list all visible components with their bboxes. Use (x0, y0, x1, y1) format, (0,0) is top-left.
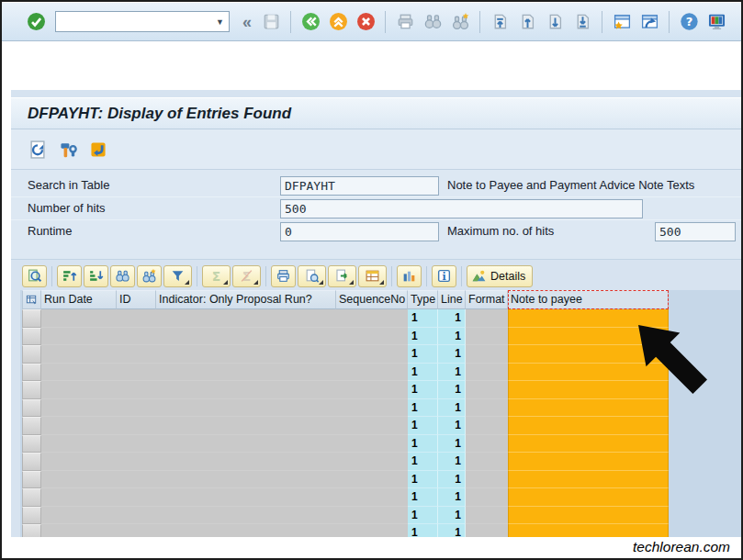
cell-id[interactable] (117, 453, 156, 471)
cell-id[interactable] (117, 381, 156, 399)
print-button[interactable] (393, 10, 417, 34)
details-button[interactable]: Details (467, 265, 533, 287)
find-button[interactable] (421, 10, 445, 34)
cell-line[interactable]: 1 (438, 524, 466, 537)
row-selector[interactable] (22, 364, 41, 382)
cell-indicator-only-proposal-run[interactable] (156, 471, 336, 489)
cell-indicator-only-proposal-run[interactable] (156, 328, 336, 346)
cell-line[interactable]: 1 (438, 381, 466, 399)
cell-type[interactable]: 1 (408, 328, 438, 346)
print-preview-button[interactable] (298, 265, 326, 287)
sort-ascending-button[interactable] (57, 265, 82, 287)
cell-indicator-only-proposal-run[interactable] (156, 381, 336, 399)
cell-line[interactable]: 1 (438, 309, 466, 328)
cell-line[interactable]: 1 (438, 345, 466, 364)
cell-type[interactable]: 1 (408, 364, 438, 382)
cell-id[interactable] (117, 328, 156, 346)
cell-run-date[interactable] (41, 453, 117, 471)
cell-type[interactable]: 1 (408, 471, 438, 489)
cell-sequenceno[interactable] (336, 507, 408, 525)
last-page-button[interactable] (570, 10, 594, 34)
cancel-button[interactable] (354, 10, 377, 34)
next-page-button[interactable] (543, 10, 567, 34)
details-view-button[interactable] (22, 265, 47, 287)
cell-type[interactable]: 1 (408, 435, 438, 454)
cell-id[interactable] (117, 399, 156, 418)
column-header-type[interactable]: Type (408, 290, 438, 309)
refresh-button[interactable] (26, 138, 50, 162)
cell-format[interactable] (466, 488, 508, 507)
cell-indicator-only-proposal-run[interactable] (156, 364, 336, 382)
cell-id[interactable] (117, 309, 156, 328)
cell-sequenceno[interactable] (336, 399, 408, 418)
export-button[interactable] (328, 265, 356, 287)
cell-sequenceno[interactable] (336, 453, 408, 471)
command-dropdown-icon[interactable]: ▼ (211, 17, 229, 27)
cell-run-date[interactable] (41, 381, 117, 399)
cell-sequenceno[interactable] (336, 328, 408, 346)
subtotal-button[interactable]: Σ (232, 265, 261, 287)
row-selector[interactable] (22, 471, 41, 489)
cell-line[interactable]: 1 (438, 435, 466, 454)
cell-sequenceno[interactable] (336, 435, 408, 454)
column-header-format[interactable]: Format (466, 290, 508, 309)
row-selector[interactable] (22, 309, 41, 328)
cell-note-to-payee[interactable] (508, 471, 669, 489)
cell-format[interactable] (466, 328, 508, 346)
cell-line[interactable]: 1 (438, 328, 466, 346)
choose-layout-button[interactable] (358, 265, 387, 287)
cell-run-date[interactable] (41, 345, 117, 364)
find-next-button[interactable] (137, 265, 162, 287)
cell-line[interactable]: 1 (438, 364, 466, 382)
row-selector[interactable] (22, 435, 41, 454)
new-session-button[interactable] (610, 10, 634, 34)
cell-sequenceno[interactable] (336, 364, 408, 382)
cell-note-to-payee[interactable] (508, 524, 669, 537)
cell-format[interactable] (466, 417, 508, 435)
row-selector[interactable] (22, 399, 41, 418)
cell-sequenceno[interactable] (336, 488, 408, 507)
column-header-sequenceno[interactable]: SequenceNo (336, 290, 408, 309)
cell-run-date[interactable] (41, 507, 117, 525)
command-field[interactable]: ▼ (55, 11, 230, 32)
cell-format[interactable] (466, 309, 508, 328)
select-all-cell[interactable] (22, 290, 41, 309)
cell-indicator-only-proposal-run[interactable] (156, 435, 336, 454)
find-next-button[interactable] (448, 10, 472, 34)
sort-descending-button[interactable] (84, 265, 108, 287)
cell-sequenceno[interactable] (336, 471, 408, 489)
command-input[interactable] (56, 13, 211, 30)
total-button[interactable]: Σ (202, 265, 231, 287)
cell-type[interactable]: 1 (408, 399, 438, 418)
cell-type[interactable]: 1 (408, 309, 438, 328)
print-button[interactable] (271, 265, 296, 287)
cell-note-to-payee[interactable] (508, 488, 669, 507)
cell-sequenceno[interactable] (336, 417, 408, 435)
row-selector[interactable] (22, 453, 41, 471)
first-page-button[interactable] (488, 10, 512, 34)
cell-format[interactable] (466, 435, 508, 454)
create-shortcut-button[interactable] (637, 10, 661, 34)
cell-format[interactable] (466, 381, 508, 399)
cell-type[interactable]: 1 (408, 381, 438, 399)
previous-page-button[interactable] (515, 10, 539, 34)
cell-line[interactable]: 1 (438, 471, 466, 489)
info-button[interactable]: i (432, 265, 456, 287)
cell-format[interactable] (466, 471, 508, 489)
cell-indicator-only-proposal-run[interactable] (156, 399, 336, 418)
cell-indicator-only-proposal-run[interactable] (156, 345, 336, 364)
number-of-hits-field[interactable]: 500 (280, 199, 643, 218)
row-selector[interactable] (22, 524, 41, 537)
cell-type[interactable]: 1 (408, 488, 438, 507)
cell-indicator-only-proposal-run[interactable] (156, 417, 336, 435)
cell-format[interactable] (466, 507, 508, 525)
enter-button[interactable] (24, 10, 48, 34)
search-table-field[interactable]: DFPAYHT (280, 176, 439, 196)
row-selector[interactable] (22, 345, 41, 364)
cell-run-date[interactable] (41, 488, 117, 507)
row-selector[interactable] (22, 381, 41, 399)
cell-sequenceno[interactable] (336, 309, 408, 328)
cell-run-date[interactable] (41, 524, 117, 537)
cell-indicator-only-proposal-run[interactable] (156, 507, 336, 525)
cell-note-to-payee[interactable] (508, 453, 669, 471)
